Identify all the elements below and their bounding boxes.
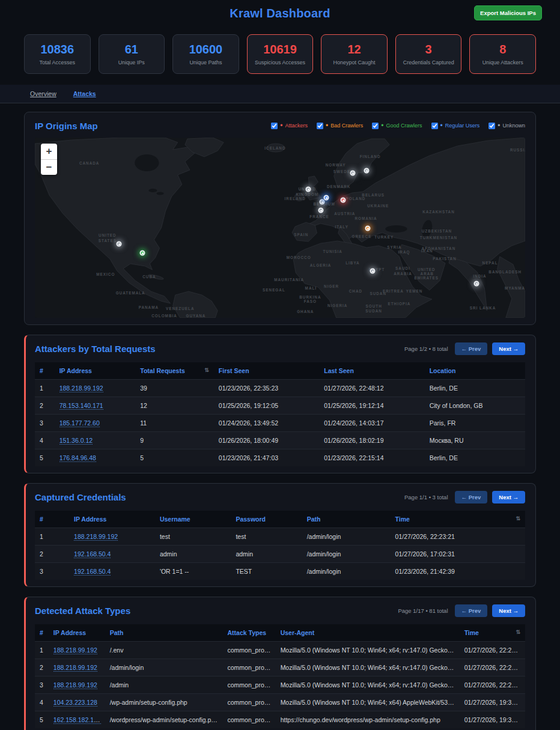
map-marker-regular_user[interactable] — [324, 195, 329, 201]
ip-address-link[interactable]: 151.36.0.12 — [59, 437, 93, 445]
ip-address-link[interactable]: 188.218.99.192 — [53, 681, 97, 689]
map-country-label: IRAQ — [398, 250, 410, 255]
map-marker-unknown[interactable] — [306, 187, 311, 192]
legend-checkbox-attackers[interactable] — [271, 123, 278, 129]
map-country-label: SRI LANKA — [470, 306, 496, 310]
page-info: Page 1/2 • 8 total — [404, 345, 448, 352]
map-country-label: TURKMENISTAN — [420, 236, 457, 240]
map-marker-unknown[interactable] — [474, 281, 479, 287]
stat-card-honeypot-caught: 12Honeypot Caught — [321, 34, 388, 74]
column-header-location: Location — [425, 362, 525, 380]
next-page-button[interactable]: Next → — [492, 604, 525, 617]
map-country-label: ARAB — [421, 272, 434, 276]
ip-address-link[interactable]: 162.158.182.104 — [53, 716, 101, 724]
stat-card-unique-attackers: 8Unique Attackers — [469, 34, 536, 74]
table-row: 3192.168.50.4'OR 1=1 --TEST/admin/login0… — [35, 563, 525, 580]
stat-label: Honeypot Caught — [333, 59, 376, 65]
prev-page-button[interactable]: ← Prev — [455, 604, 488, 617]
prev-page-button[interactable]: ← Prev — [455, 342, 488, 355]
map-country-label: SPAIN — [294, 233, 308, 237]
zoom-out-button[interactable]: − — [41, 159, 57, 175]
page-info: Page 1/17 • 81 total — [398, 607, 448, 614]
column-header-password: Password — [231, 511, 302, 528]
tab-overview[interactable]: Overview — [30, 90, 56, 97]
data-table-detected-attack-types: #IP AddressPathAttack TypesUser-AgentTim… — [35, 624, 525, 728]
column-header-time[interactable]: Time⇅ — [391, 511, 525, 528]
map-country-label: SYRIA — [387, 245, 401, 249]
column-header-first-seen: First Seen — [214, 362, 319, 380]
legend-checkbox-regular-users[interactable] — [431, 123, 438, 129]
legend-dot-icon: • — [280, 124, 282, 127]
ip-address-link[interactable]: 192.168.50.4 — [74, 550, 111, 558]
map-marker-unknown[interactable] — [117, 242, 122, 247]
legend-checkbox-unknown[interactable] — [488, 123, 495, 129]
export-malicious-ips-button[interactable]: Export Malicious IPs — [474, 5, 542, 20]
stat-label: Unique Paths — [189, 59, 222, 65]
column-header-time[interactable]: Time⇅ — [460, 624, 525, 642]
map-country-label: COLOMBIA — [151, 314, 177, 318]
tab-attacks[interactable]: Attacks — [73, 90, 96, 97]
column-header-: # — [35, 624, 49, 642]
map-marker-bad_crawler[interactable] — [365, 226, 371, 231]
column-header-: # — [35, 362, 55, 380]
table-row: 1188.218.99.192testtest/admin/login01/27… — [35, 528, 525, 546]
sort-icon[interactable]: ⇅ — [516, 516, 520, 522]
map-marker-unknown[interactable] — [320, 199, 325, 205]
legend-label: Regular Users — [445, 123, 480, 129]
map-country-label: KINGDOM — [296, 192, 318, 196]
ip-address-link[interactable]: 78.153.140.171 — [59, 402, 103, 410]
world-map-svg: CANADAUNITEDSTATESMEXICOCUBAGUATEMALAPAN… — [35, 138, 525, 318]
column-header-: # — [35, 511, 69, 528]
map-country-label: ARABIA — [394, 272, 412, 276]
map-country-label: ICELAND — [264, 146, 285, 150]
stat-value: 8 — [499, 43, 506, 56]
ip-address-link[interactable]: 104.23.223.128 — [53, 699, 97, 707]
ip-address-link[interactable]: 188.218.99.192 — [74, 533, 118, 541]
ip-address-link[interactable]: 176.84.96.48 — [59, 454, 96, 462]
table-row: 2188.218.99.192/admin/logincommon_probes… — [35, 659, 525, 677]
legend-checkbox-bad-crawlers[interactable] — [317, 123, 323, 129]
world-map[interactable]: CANADAUNITEDSTATESMEXICOCUBAGUATEMALAPAN… — [35, 138, 525, 318]
legend-label: Bad Crawlers — [330, 123, 363, 129]
column-header-user-agent: User-Agent — [276, 624, 460, 642]
ip-address-link[interactable]: 188.218.99.192 — [53, 664, 97, 672]
ip-address-link[interactable]: 188.218.99.192 — [59, 385, 103, 392]
map-marker-good_crawler[interactable] — [140, 251, 145, 256]
map-marker-unknown[interactable] — [364, 168, 370, 174]
table-row: 2192.168.50.4adminadmin/admin/login01/27… — [35, 546, 525, 563]
map-country-label: GUYANA — [186, 314, 206, 318]
ip-address-link[interactable]: 185.177.72.60 — [59, 419, 100, 427]
table-row: 1188.218.99.1923901/23/2026, 22:35:2301/… — [35, 380, 525, 397]
map-marker-attacker[interactable] — [341, 198, 346, 203]
column-header-total-requests[interactable]: Total Requests⇅ — [135, 362, 214, 380]
map-country-label: NORWAY — [326, 163, 346, 167]
column-header-attack-types: Attack Types — [223, 624, 276, 642]
ip-address-link[interactable]: 192.168.50.4 — [74, 568, 111, 576]
panel-title: Attackers by Total Requests — [35, 344, 156, 354]
next-page-button[interactable]: Next → — [492, 342, 525, 355]
column-header-path: Path — [302, 511, 391, 528]
stat-label: Total Accesses — [40, 59, 76, 65]
map-country-label: UKRAINE — [367, 204, 389, 208]
map-marker-unknown[interactable] — [318, 208, 324, 213]
zoom-in-button[interactable]: + — [41, 144, 57, 159]
column-header-ip-address: IP Address — [55, 362, 136, 380]
map-country-label: MAURITANIA — [274, 278, 304, 282]
sort-icon[interactable]: ⇅ — [516, 629, 520, 635]
map-country-label: SENEGAL — [263, 288, 285, 292]
pager: Page 1/17 • 81 total← PrevNext → — [398, 604, 525, 617]
map-marker-unknown[interactable] — [350, 171, 356, 176]
map-country-label: YEMEN — [406, 289, 423, 293]
table-row: 5176.84.96.48501/23/2026, 21:47:0301/23/… — [35, 449, 525, 467]
map-marker-unknown[interactable] — [370, 269, 376, 274]
prev-page-button[interactable]: ← Prev — [455, 491, 488, 503]
legend-checkbox-good-crawlers[interactable] — [372, 123, 379, 129]
stat-card-suspicious-accesses: 10619Suspicious Accesses — [247, 34, 314, 74]
sort-icon[interactable]: ⇅ — [204, 367, 209, 373]
map-country-label: PANAMA — [139, 305, 159, 309]
next-page-button[interactable]: Next → — [492, 491, 525, 503]
map-country-label: CUBA — [142, 275, 156, 279]
map-country-label: MEXICO — [96, 272, 115, 276]
map-country-label: TUNISIA — [323, 249, 342, 254]
ip-address-link[interactable]: 188.218.99.192 — [53, 646, 97, 654]
